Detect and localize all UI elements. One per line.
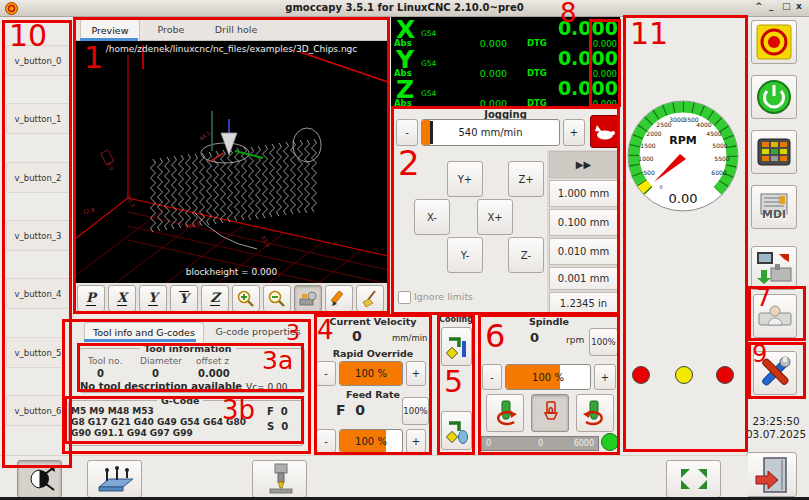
gauge-column: 500 1000 1500 2000 2500 3000 3500 4000 4… [623, 17, 748, 455]
range-current: 0 [538, 439, 543, 448]
jog-speed-minus-button[interactable]: - [396, 119, 418, 146]
cooling-panel: Cooling [437, 314, 475, 455]
feed-minus-button[interactable]: - [316, 429, 336, 453]
zoom-out-button[interactable] [263, 285, 291, 312]
spindle-minus-button[interactable]: - [482, 364, 502, 390]
toggle-dimensions-button[interactable] [294, 285, 322, 312]
rapid-override-slider[interactable]: 100 % [339, 361, 403, 386]
jog-speed-plus-button[interactable]: + [563, 119, 585, 146]
jog-z-minus-button[interactable]: Z- [508, 237, 544, 273]
jog-speed-slider[interactable]: 540 mm/min [421, 119, 560, 146]
spindle-stop-button[interactable]: 0 [531, 394, 569, 432]
operator-desk-icon [757, 301, 793, 331]
view-x-button[interactable]: X [108, 285, 136, 312]
sidebar-v-button-1[interactable]: v_button_1 [6, 103, 70, 134]
dro-panel[interactable]: X G54 0.000 Abs 0.000 DTG 0.000 Y G54 0.… [391, 17, 620, 107]
clock-time: 23:25:50 [744, 415, 808, 427]
view-perspective-button[interactable]: P [77, 285, 105, 312]
increment-0001mm-button[interactable]: 0.001 mm [549, 267, 618, 290]
sidebar-v-button-4[interactable]: v_button_4 [6, 278, 70, 309]
increment-01mm-button[interactable]: 0.100 mm [549, 209, 618, 236]
preview-tab-bar: Preview Probe Drill hole [74, 17, 390, 41]
feed-rate-slider[interactable]: 100 % [339, 429, 403, 453]
feed-reset-button[interactable]: 100% [402, 397, 429, 425]
jog-x-minus-button[interactable]: X- [414, 199, 450, 235]
jog-speed-value: 540 mm/min [422, 120, 559, 145]
machine-on-button[interactable] [751, 75, 797, 119]
jog-fast-toggle-button[interactable] [590, 115, 620, 148]
axis-main-value: 0.000 [495, 47, 618, 69]
rapid-plus-button[interactable]: + [406, 361, 426, 386]
jog-y-plus-button[interactable]: Y+ [447, 161, 483, 197]
sidebar-v-button-5[interactable]: v_button_5 [6, 337, 70, 368]
sidebar-v-button-0[interactable]: v_button_0 [6, 45, 70, 76]
ignore-limits-checkbox[interactable] [398, 291, 411, 304]
spindle-reset-button[interactable]: 100% [589, 328, 618, 356]
view-z-button[interactable]: Z [201, 285, 229, 312]
mode-button-column: MDI 23:25:5 [748, 17, 809, 500]
increment-001mm-button[interactable]: 0.010 mm [549, 238, 618, 265]
sidebar-v-button-2[interactable]: v_button_2 [6, 162, 70, 193]
window-title: gmoccapy 3.5.1 for LinuxCNC 2.10.0~pre0 [0, 2, 809, 13]
sidebar-v-button-6[interactable]: v_button_6 [6, 395, 70, 426]
zoom-in-button[interactable] [232, 285, 260, 312]
touch-off-button[interactable] [17, 460, 62, 498]
mdi-mode-button[interactable]: MDI [751, 185, 797, 229]
rabbit-icon [592, 121, 618, 143]
feed-plus-button[interactable]: + [406, 429, 426, 453]
jogging-panel: Jogging - 540 mm/min + Y+ Z+ X- X+ Y- Z-… [391, 107, 620, 315]
jog-y-minus-button[interactable]: Y- [447, 237, 483, 273]
sidebar-v-button-3[interactable]: v_button_3 [6, 220, 70, 251]
tab-drill-hole[interactable]: Drill hole [204, 19, 268, 40]
tab-gcode-properties[interactable]: G-code properties [208, 322, 308, 341]
spindle-plus-button[interactable]: + [594, 364, 616, 390]
svg-text:44.1: 44.1 [198, 130, 211, 142]
spindle-cw-button[interactable] [576, 394, 614, 432]
view-y2-button[interactable]: Y [170, 285, 198, 312]
touch-plate-icon [95, 463, 135, 495]
spindle-override-slider[interactable]: 100 % [505, 364, 591, 390]
edit-gcode-button[interactable] [325, 285, 353, 312]
toolpath-plot: 44.1 108.0 51.0 -12.8 -10.3 0.0 [75, 41, 388, 283]
pencil-icon [329, 289, 349, 309]
close-button[interactable]: x [796, 1, 802, 11]
block-height-button[interactable] [87, 460, 142, 498]
rapid-override-title: Rapid Override [314, 348, 432, 359]
zoom-in-icon [236, 289, 256, 309]
jog-z-plus-button[interactable]: Z+ [508, 161, 544, 197]
increment-inch-button[interactable]: 1.2345 in [549, 292, 618, 314]
flood-coolant-button[interactable] [441, 411, 472, 450]
mist-icon [445, 331, 469, 363]
fullscreen-button[interactable] [666, 460, 721, 498]
bottom-button-bar [0, 455, 748, 500]
user-tabs-button[interactable] [753, 294, 797, 338]
tool-notebook: Tool info and G-codes G-code properties … [62, 318, 312, 455]
spindle-title: Spindle [478, 316, 620, 327]
maximize-button[interactable]: □ [782, 1, 791, 11]
view-y-button[interactable]: Y [139, 285, 167, 312]
estop-icon [756, 24, 792, 60]
manual-mode-button[interactable] [751, 130, 797, 174]
jog-continuous-button[interactable]: ▶▶ [549, 151, 618, 178]
jog-x-plus-button[interactable]: X+ [477, 199, 513, 235]
mist-coolant-button[interactable] [441, 327, 472, 366]
spindle-panel: Spindle 0 rpm 100% - 100 % + 0 [478, 314, 620, 455]
tab-probe[interactable]: Probe [146, 19, 196, 40]
shade-button[interactable]: ^ [755, 1, 763, 11]
spindle-ccw-button[interactable] [486, 394, 524, 432]
increment-1mm-button[interactable]: 1.000 mm [549, 180, 618, 207]
tool-measure-button[interactable] [252, 460, 307, 498]
estop-button[interactable] [751, 20, 797, 64]
auto-mode-button[interactable] [751, 246, 797, 290]
mdi-label: MDI [762, 208, 786, 221]
minimize-button[interactable]: _ [769, 1, 774, 11]
rapid-minus-button[interactable]: - [316, 361, 336, 386]
y2-letter: Y [179, 291, 188, 306]
clear-plot-button[interactable] [356, 285, 384, 312]
feed-display: F 0 [336, 402, 365, 418]
offset-z-value: 0.000 [198, 368, 230, 379]
quit-button[interactable] [746, 452, 797, 497]
zero-origin-icon [25, 464, 55, 494]
settings-button[interactable] [753, 351, 797, 395]
gremlin-3d-preview[interactable]: 44.1 108.0 51.0 -12.8 -10.3 0.0 /home/zd… [75, 41, 388, 283]
